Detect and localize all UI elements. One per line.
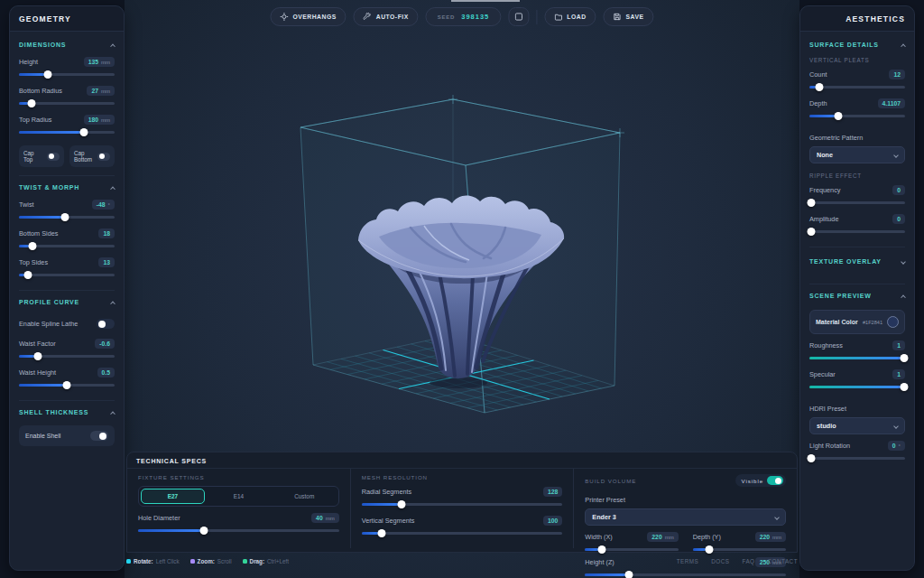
amplitude-slider[interactable] bbox=[809, 227, 905, 237]
hdri-preset-select[interactable]: studio bbox=[809, 417, 905, 434]
radial-segments-control: Radial Segments 128 bbox=[362, 487, 563, 509]
bottom-radius-value[interactable]: 27mm bbox=[87, 86, 115, 96]
top-sides-value[interactable]: 13 bbox=[98, 257, 115, 267]
section-surface-header[interactable]: SURFACE DETAILS bbox=[809, 33, 905, 51]
tab-e14[interactable]: E14 bbox=[207, 489, 271, 504]
link-faq[interactable]: FAQ bbox=[742, 558, 754, 564]
waist-height-slider[interactable] bbox=[19, 380, 115, 390]
build-width-slider[interactable] bbox=[585, 545, 678, 555]
hole-diameter-slider[interactable] bbox=[138, 526, 339, 536]
bottom-radius-slider[interactable] bbox=[19, 98, 115, 108]
seed-field[interactable]: SEED 398135 bbox=[426, 7, 502, 26]
chevron-down-icon bbox=[774, 515, 780, 520]
technical-specs-title: TECHNICAL SPECS bbox=[127, 452, 797, 469]
enable-shell-row[interactable]: Enable Shell bbox=[19, 425, 115, 446]
geometric-pattern-select[interactable]: None bbox=[809, 146, 905, 163]
height-slider[interactable] bbox=[19, 70, 115, 79]
overhangs-button[interactable]: OVERHANGS bbox=[270, 7, 346, 26]
pleat-count-slider[interactable] bbox=[809, 82, 905, 92]
waist-factor-control: Waist Factor -0.6 bbox=[19, 339, 115, 361]
build-volume-title: BUILD VOLUME bbox=[585, 478, 636, 484]
waist-factor-value[interactable]: -0.6 bbox=[95, 339, 115, 349]
build-depth-control: Depth (Y) 220mm bbox=[693, 532, 786, 555]
visible-switch[interactable] bbox=[767, 476, 783, 485]
cap-top-switch[interactable] bbox=[47, 153, 60, 161]
section-scene-header[interactable]: SCENE PREVIEW bbox=[809, 284, 905, 302]
height-value[interactable]: 135mm bbox=[84, 57, 115, 67]
vertical-segments-slider[interactable] bbox=[362, 528, 563, 538]
amplitude-value[interactable]: 0 bbox=[892, 214, 905, 224]
material-color-swatch[interactable] bbox=[887, 316, 899, 328]
section-profile-header[interactable]: PROFILE CURVE bbox=[19, 291, 115, 308]
light-rotation-slider[interactable] bbox=[809, 453, 905, 463]
top-sides-slider[interactable] bbox=[19, 270, 115, 280]
frequency-slider[interactable] bbox=[809, 198, 905, 208]
enable-shell-switch[interactable] bbox=[90, 431, 108, 441]
save-button[interactable]: SAVE bbox=[604, 7, 654, 26]
cap-bottom-switch[interactable] bbox=[97, 153, 110, 161]
waist-factor-label: Waist Factor bbox=[19, 340, 56, 348]
waist-height-value[interactable]: 0.5 bbox=[97, 368, 115, 378]
printer-preset-select[interactable]: Ender 3 bbox=[585, 508, 786, 526]
section-dimensions-header[interactable]: DIMENSIONS bbox=[19, 33, 115, 51]
chevron-up-icon bbox=[110, 411, 116, 416]
pleat-depth-slider[interactable] bbox=[809, 111, 905, 121]
hole-diameter-value[interactable]: 40mm bbox=[311, 513, 339, 523]
top-radius-value[interactable]: 180mm bbox=[84, 115, 115, 125]
visible-toggle-row[interactable]: Visible bbox=[735, 474, 786, 487]
specular-slider[interactable] bbox=[809, 382, 905, 392]
bottom-sides-slider[interactable] bbox=[19, 241, 115, 251]
build-height-slider[interactable] bbox=[585, 570, 786, 578]
section-shell-header[interactable]: SHELL THICKNESS bbox=[19, 401, 115, 418]
material-color-row[interactable]: Material Color #1F2841 bbox=[809, 310, 905, 334]
build-depth-slider[interactable] bbox=[693, 545, 786, 555]
toolbar: OVERHANGS AUTO-FIX SEED 398135 LOAD SAVE bbox=[270, 7, 653, 26]
load-button[interactable]: LOAD bbox=[544, 7, 596, 26]
section-texture-header[interactable]: TEXTURE OVERLAY bbox=[809, 247, 905, 275]
section-shell-title: SHELL THICKNESS bbox=[19, 409, 88, 415]
tab-custom[interactable]: Custom bbox=[273, 489, 337, 504]
section-twist-header[interactable]: TWIST & MORPH bbox=[19, 176, 115, 193]
waist-height-control: Waist Height 0.5 bbox=[19, 368, 115, 390]
pleat-count-value[interactable]: 12 bbox=[889, 70, 905, 79]
link-docs[interactable]: DOCS bbox=[711, 558, 729, 564]
frequency-value[interactable]: 0 bbox=[892, 185, 905, 195]
spline-lathe-row[interactable]: Enable Spline Lathe bbox=[19, 315, 115, 332]
roughness-control: Roughness 1 bbox=[809, 340, 905, 363]
pleat-depth-value[interactable]: 4.1107 bbox=[878, 98, 905, 108]
build-depth-value[interactable]: 220mm bbox=[755, 532, 786, 542]
twist-slider[interactable] bbox=[19, 212, 115, 222]
roughness-slider[interactable] bbox=[809, 353, 905, 363]
auto-fix-button[interactable]: AUTO-FIX bbox=[354, 7, 419, 26]
top-radius-slider[interactable] bbox=[19, 127, 115, 137]
randomize-seed-button[interactable] bbox=[508, 7, 529, 26]
radial-segments-value[interactable]: 128 bbox=[543, 487, 562, 497]
waist-factor-slider[interactable] bbox=[19, 351, 115, 361]
light-rotation-value[interactable]: 0° bbox=[888, 441, 905, 451]
build-width-value[interactable]: 220mm bbox=[647, 532, 678, 542]
link-contact[interactable]: CONTACT bbox=[768, 558, 798, 564]
spline-lathe-label: Enable Spline Lathe bbox=[19, 320, 78, 328]
height-label: Height bbox=[19, 58, 38, 66]
tab-e27[interactable]: E27 bbox=[141, 489, 205, 504]
crosshair-icon bbox=[280, 13, 288, 21]
spline-lathe-switch[interactable] bbox=[97, 319, 115, 329]
roughness-value[interactable]: 1 bbox=[892, 340, 905, 350]
frequency-control: Frequency 0 bbox=[809, 185, 905, 208]
technical-specs-panel: TECHNICAL SPECS FIXTURE SETTINGS E27 E14… bbox=[126, 452, 798, 553]
cap-bottom-toggle[interactable]: Cap Bottom bbox=[69, 145, 115, 167]
zoom-hint-value: Scroll bbox=[217, 558, 232, 564]
bottom-sides-value[interactable]: 18 bbox=[98, 228, 115, 238]
link-terms[interactable]: TERMS bbox=[677, 558, 699, 564]
cap-top-toggle[interactable]: Cap Top bbox=[19, 145, 64, 167]
twist-value[interactable]: -48° bbox=[92, 200, 115, 210]
vertical-segments-control: Vertical Segments 100 bbox=[362, 516, 563, 538]
vertical-segments-value[interactable]: 100 bbox=[543, 516, 562, 526]
pleat-count-control: Count 12 bbox=[809, 70, 905, 92]
build-width-label: Width (X) bbox=[585, 533, 612, 541]
specular-value[interactable]: 1 bbox=[892, 369, 905, 379]
light-rotation-label: Light Rotation bbox=[809, 442, 850, 450]
printer-preset-value: Ender 3 bbox=[592, 513, 615, 521]
bottom-sides-control: Bottom Sides 18 bbox=[19, 228, 115, 251]
radial-segments-slider[interactable] bbox=[362, 499, 563, 509]
